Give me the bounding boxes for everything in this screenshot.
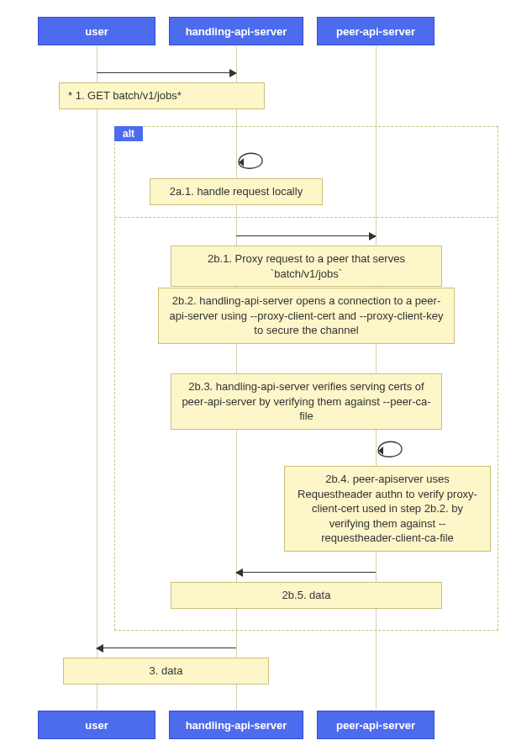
note-text: 2b.3. handling-api-server verifies servi…	[182, 380, 430, 422]
actor-user-top: user	[38, 17, 155, 45]
arrowhead-icon	[96, 644, 103, 653]
arrowhead-icon	[235, 568, 243, 577]
note-text: 3. data	[150, 664, 183, 677]
note-text: * 1. GET batch/v1/jobs*	[68, 89, 182, 102]
arrow-handling-to-user	[97, 648, 236, 648]
actor-handling-bottom: handling-api-server	[169, 711, 303, 739]
arrowhead-icon	[229, 69, 237, 77]
note-text: 2b.1. Proxy request to a peer that serve…	[208, 252, 405, 280]
note-step2b5: 2b.5. data	[171, 582, 442, 609]
actor-label: handling-api-server	[186, 719, 287, 732]
note-step2a1: 2a.1. handle request locally	[150, 178, 323, 205]
note-step3: 3. data	[63, 658, 269, 685]
note-step2b2: 2b.2. handling-api-server opens a connec…	[158, 288, 455, 344]
alt-label: alt	[114, 126, 143, 141]
actor-label: user	[85, 25, 108, 38]
actor-handling-top: handling-api-server	[169, 17, 303, 45]
alt-separator	[115, 217, 498, 218]
actor-user-bottom: user	[38, 711, 155, 739]
note-step2b3: 2b.3. handling-api-server verifies servi…	[171, 373, 442, 430]
note-step2b4: 2b.4. peer-apiserver uses Requestheader …	[284, 466, 491, 552]
lifeline-user	[97, 46, 97, 710]
note-text: 2a.1. handle request locally	[170, 185, 303, 198]
actor-peer-bottom: peer-api-server	[317, 711, 435, 739]
actor-label: peer-api-server	[336, 719, 415, 732]
note-step1: * 1. GET batch/v1/jobs*	[59, 82, 265, 109]
note-step2b1: 2b.1. Proxy request to a peer that serve…	[171, 246, 442, 287]
actor-label: handling-api-server	[186, 25, 287, 38]
note-text: 2b.2. handling-api-server opens a connec…	[170, 294, 444, 336]
self-loop-peer	[377, 437, 405, 457]
actor-label: peer-api-server	[336, 25, 415, 38]
arrow-handling-to-peer	[236, 235, 376, 236]
note-text: 2b.5. data	[282, 589, 331, 601]
arrow-user-to-handling	[97, 72, 236, 73]
arrow-peer-to-handling	[236, 572, 376, 573]
self-loop-handling	[237, 149, 266, 169]
actor-peer-top: peer-api-server	[317, 17, 435, 45]
arrowhead-icon	[369, 232, 377, 241]
alt-label-text: alt	[123, 128, 134, 140]
actor-label: user	[85, 719, 108, 732]
note-text: 2b.4. peer-apiserver uses Requestheader …	[298, 473, 477, 544]
sequence-diagram: user handling-api-server peer-api-server…	[17, 17, 515, 739]
